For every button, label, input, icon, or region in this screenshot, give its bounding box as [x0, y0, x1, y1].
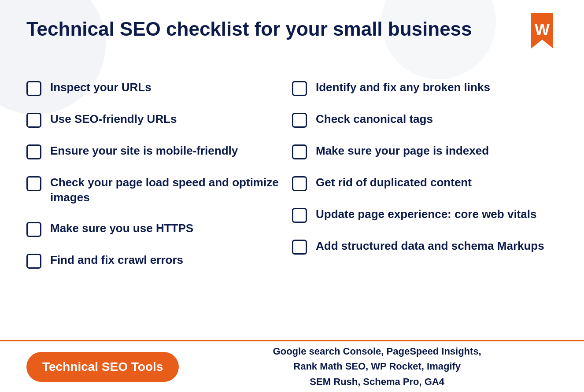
list-item: Identify and fix any broken links — [292, 72, 558, 104]
item-label-7: Identify and fix any broken links — [316, 80, 490, 95]
footer-tools-line2: Rank Math SEO, WP Rocket, Imagify — [293, 361, 461, 372]
list-item: Ensure your site is mobile-friendly — [26, 136, 292, 167]
content-wrapper: Technical SEO checklist for your small b… — [0, 0, 584, 277]
checkbox-7[interactable] — [292, 81, 307, 96]
checkbox-6[interactable] — [26, 254, 41, 269]
checkbox-8[interactable] — [292, 113, 307, 128]
footer-tools: Google search Console, PageSpeed Insight… — [196, 344, 558, 389]
item-label-5: Make sure you use HTTPS — [50, 221, 193, 236]
item-label-3: Ensure your site is mobile-friendly — [50, 144, 238, 159]
list-item: Update page experience: core web vitals — [292, 199, 558, 231]
checkbox-10[interactable] — [292, 176, 307, 191]
w-logo-svg: W — [527, 13, 558, 53]
svg-text:W: W — [535, 21, 550, 39]
checkbox-1[interactable] — [26, 81, 41, 96]
item-label-8: Check canonical tags — [316, 112, 433, 127]
item-label-9: Make sure your page is indexed — [316, 144, 489, 159]
checkbox-12[interactable] — [292, 240, 307, 255]
footer-tools-text: Google search Console, PageSpeed Insight… — [196, 344, 558, 389]
list-item: Get rid of duplicated content — [292, 167, 558, 199]
item-label-4: Check your page load speed and optimize … — [50, 175, 283, 205]
checkbox-4[interactable] — [26, 176, 41, 191]
list-item: Make sure your page is indexed — [292, 136, 558, 167]
footer-tools-line3: SEM Rush, Schema Pro, GA4 — [310, 376, 444, 387]
page-title: Technical SEO checklist for your small b… — [26, 18, 472, 41]
item-label-2: Use SEO-friendly URLs — [50, 112, 177, 127]
checkbox-2[interactable] — [26, 113, 41, 128]
checklist-left-column: Inspect your URLs Use SEO-friendly URLs … — [26, 72, 292, 277]
item-label-12: Add structured data and schema Markups — [316, 239, 544, 254]
list-item: Use SEO-friendly URLs — [26, 104, 292, 136]
footer-tools-line1: Google search Console, PageSpeed Insight… — [273, 346, 481, 357]
footer-badge: Technical SEO Tools — [26, 352, 179, 382]
list-item: Check your page load speed and optimize … — [26, 167, 292, 213]
item-label-1: Inspect your URLs — [50, 80, 152, 95]
footer: Technical SEO Tools Google search Consol… — [0, 340, 584, 392]
item-label-10: Get rid of duplicated content — [316, 175, 472, 190]
logo-icon: W — [527, 13, 558, 55]
list-item: Check canonical tags — [292, 104, 558, 136]
list-item: Inspect your URLs — [26, 72, 292, 104]
header-area: Technical SEO checklist for your small b… — [26, 18, 558, 55]
checkbox-5[interactable] — [26, 222, 41, 237]
checklist-right-column: Identify and fix any broken links Check … — [292, 72, 558, 277]
list-item: Add structured data and schema Markups — [292, 231, 558, 263]
checkbox-9[interactable] — [292, 144, 307, 159]
list-item: Find and fix crawl errors — [26, 245, 292, 277]
list-item: Make sure you use HTTPS — [26, 213, 292, 245]
checkbox-3[interactable] — [26, 144, 41, 159]
item-label-11: Update page experience: core web vitals — [316, 207, 536, 222]
checklist-grid: Inspect your URLs Use SEO-friendly URLs … — [26, 72, 558, 277]
checkbox-11[interactable] — [292, 208, 307, 223]
footer-badge-label: Technical SEO Tools — [42, 360, 163, 374]
item-label-6: Find and fix crawl errors — [50, 253, 183, 268]
